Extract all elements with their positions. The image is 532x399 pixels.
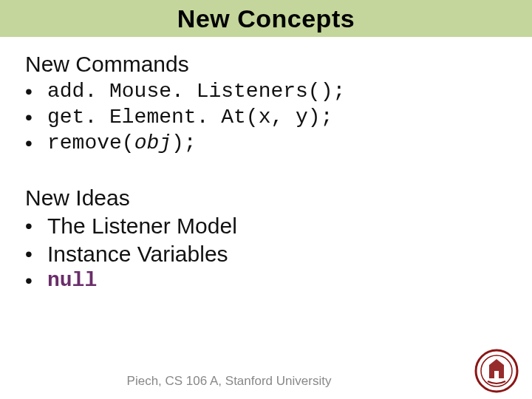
list-item: get. Element. At(x, y);	[25, 104, 498, 130]
null-keyword: null	[47, 267, 97, 293]
svg-rect-2	[494, 371, 499, 378]
stanford-seal-icon	[474, 349, 519, 393]
commands-list: add. Mouse. Listeners(); get. Element. A…	[25, 78, 498, 156]
ideas-list: The Listener Model Instance Variables nu…	[25, 212, 498, 293]
command-text: add. Mouse. Listeners();	[47, 78, 345, 104]
command-text: remove(obj);	[47, 130, 197, 156]
idea-text: Instance Variables	[47, 240, 228, 268]
title-bar: New Concepts	[0, 0, 532, 37]
list-item: add. Mouse. Listeners();	[25, 78, 498, 104]
footer-text: Piech, CS 106 A, Stanford University	[0, 374, 458, 389]
idea-text: The Listener Model	[47, 212, 237, 240]
list-item: remove(obj);	[25, 130, 498, 156]
commands-heading: New Commands	[25, 52, 498, 77]
list-item: Instance Variables	[25, 240, 498, 268]
slide-title: New Concepts	[177, 4, 355, 33]
list-item: null	[25, 267, 498, 293]
slide: New Concepts New Commands add. Mouse. Li…	[0, 0, 532, 399]
slide-content: New Commands add. Mouse. Listeners(); ge…	[25, 52, 498, 323]
list-item: The Listener Model	[25, 212, 498, 240]
ideas-heading: New Ideas	[25, 185, 498, 211]
command-text: get. Element. At(x, y);	[47, 104, 332, 130]
